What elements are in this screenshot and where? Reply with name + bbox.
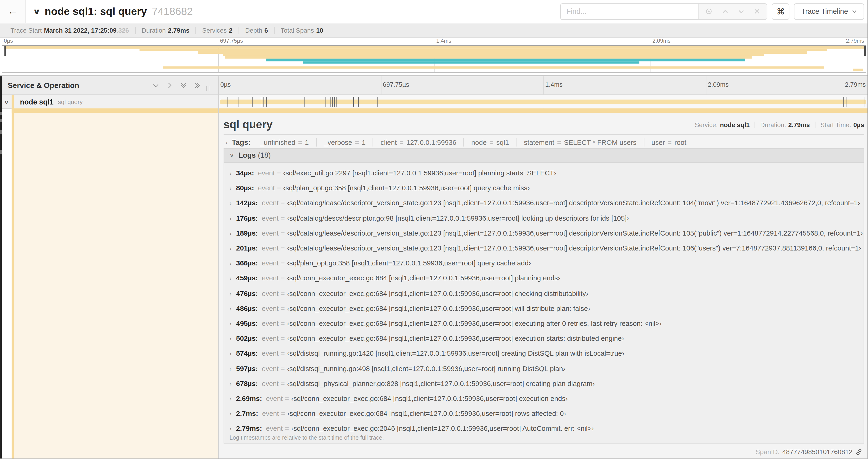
log-entry[interactable]: ›366µs:event=‹sql/plan_opt.go:358 [nsql1… xyxy=(224,256,864,271)
minimap-span-bar xyxy=(223,54,764,56)
tag-equals: = xyxy=(298,138,302,146)
meta-value: node sql1 xyxy=(720,121,750,128)
column-divider[interactable] xyxy=(218,76,218,459)
minimap-span-bar xyxy=(4,46,864,48)
log-timestamp: 486µs: xyxy=(236,305,258,312)
find-next-icon[interactable] xyxy=(738,8,745,14)
column-resizer-grip[interactable] xyxy=(206,86,209,91)
minimap-range-handle-left[interactable] xyxy=(4,46,6,56)
log-entry[interactable]: ›142µs:event=‹sql/catalog/lease/descript… xyxy=(224,196,864,210)
chevron-right-icon: › xyxy=(229,230,236,236)
log-field-value: ‹sql/catalog/descs/descriptor.go:98 [nsq… xyxy=(287,214,629,222)
log-field-value: ‹sql/distsql_running.go:1420 [nsql1,clie… xyxy=(287,350,624,357)
log-equals: = xyxy=(281,380,285,387)
log-equals: = xyxy=(281,199,285,207)
log-entry[interactable]: ›486µs:event=‹sql/conn_executor_exec.go:… xyxy=(224,301,864,316)
collapse-trace-icon[interactable]: ∨ xyxy=(33,7,41,15)
collapse-all-icon[interactable] xyxy=(180,82,187,89)
tag-key: node xyxy=(471,138,487,146)
chevron-right-icon: › xyxy=(229,425,236,432)
keyboard-shortcuts-button[interactable]: ⌘ xyxy=(772,3,789,20)
meta-item: Duration:2.79ms xyxy=(760,121,810,128)
log-field-value: ‹sql/distsql_running.go:498 [nsql1,clien… xyxy=(287,365,565,372)
span-detail-panel: sql query Service:node sql1Duration:2.79… xyxy=(218,113,868,459)
tags-list: _unfinished=1_verbose=1client=127.0.0.1:… xyxy=(253,138,693,147)
chevron-right-icon: › xyxy=(229,170,236,176)
log-entry[interactable]: ›495µs:event=‹sql/conn_executor_exec.go:… xyxy=(224,316,864,331)
span-bar-cell[interactable] xyxy=(218,95,868,108)
log-entry[interactable]: ›2.7ms:event=‹sql/conn_executor_exec.go:… xyxy=(224,406,864,421)
log-entry[interactable]: ›189µs:event=‹sql/catalog/lease/descript… xyxy=(224,226,864,241)
logs-header[interactable]: ∨ Logs (18) xyxy=(224,149,864,162)
minimap-range-handle-right[interactable] xyxy=(864,46,866,56)
log-entry[interactable]: ›459µs:event=‹sql/conn_executor_exec.go:… xyxy=(224,271,864,286)
log-marker-tick xyxy=(331,97,331,107)
tag-equals: = xyxy=(355,138,359,146)
log-entry[interactable]: ›34µs:event=‹sql/exec_util.go:2297 [nsql… xyxy=(224,166,864,181)
row-divider xyxy=(0,108,12,109)
log-marker-tick xyxy=(239,97,239,107)
meta-separator xyxy=(815,121,815,128)
log-field-value: ‹sql/catalog/lease/descriptor_version_st… xyxy=(287,244,861,252)
tag-pair: _unfinished=1 xyxy=(253,138,316,147)
tags-section[interactable]: › Tags: _unfinished=1_verbose=1client=12… xyxy=(226,136,864,148)
chevron-right-icon: › xyxy=(229,200,236,206)
ruler-tick-label: 1.4ms xyxy=(436,38,451,44)
meta-separator xyxy=(754,121,755,128)
find-prev-icon[interactable] xyxy=(722,8,728,14)
find-clear-icon[interactable] xyxy=(754,8,760,14)
minimap-canvas[interactable] xyxy=(2,45,866,73)
log-field-value: ‹sql/catalog/lease/descriptor_version_st… xyxy=(287,199,860,207)
span-row-name-cell[interactable]: ∨ node sql1 sql query xyxy=(0,95,218,108)
log-entry[interactable]: ›502µs:event=‹sql/conn_executor_exec.go:… xyxy=(224,331,864,346)
log-field-value: ‹sql/distsql_physical_planner.go:828 [ns… xyxy=(287,380,595,387)
tag-pair: client=127.0.0.1:59936 xyxy=(373,138,464,147)
trace-summary-bar: Trace StartMarch 31 2022, 17:25:09.326Du… xyxy=(0,23,868,38)
title-group: ∨ node sql1: sql query 7418682 xyxy=(34,5,193,18)
log-marker-tick xyxy=(266,97,267,107)
log-entry[interactable]: ›574µs:event=‹sql/distsql_running.go:142… xyxy=(224,346,864,361)
log-field-key: event xyxy=(266,425,283,433)
log-timestamp: 189µs: xyxy=(236,230,258,237)
summary-label: Total Spans xyxy=(281,27,314,34)
collapse-one-icon[interactable] xyxy=(152,82,159,89)
expand-one-icon[interactable] xyxy=(166,82,173,89)
log-entry[interactable]: ›201µs:event=‹sql/catalog/lease/descript… xyxy=(224,241,864,256)
focus-target-icon[interactable] xyxy=(705,8,713,15)
span-duration-bar[interactable] xyxy=(220,100,866,104)
span-operation-name: sql query xyxy=(58,98,83,105)
log-entry[interactable]: ›678µs:event=‹sql/distsql_physical_plann… xyxy=(224,376,864,391)
expand-all-icon[interactable] xyxy=(193,82,201,89)
span-id-row: SpanID: 4877749850101760812 xyxy=(755,448,862,456)
log-field-value: ‹sql/plan_opt.go:358 [nsql1,client=127.0… xyxy=(287,260,531,267)
tree-controls xyxy=(152,82,201,89)
log-entry[interactable]: ›176µs:event=‹sql/catalog/descs/descript… xyxy=(224,211,864,226)
log-entry[interactable]: ›597µs:event=‹sql/distsql_running.go:498… xyxy=(224,361,864,376)
span-collapse-icon[interactable]: ∨ xyxy=(4,99,9,105)
log-equals: = xyxy=(285,395,289,402)
log-entry[interactable]: ›80µs:event=‹sql/plan_opt.go:358 [nsql1,… xyxy=(224,181,864,196)
list-scroll-indicator[interactable] xyxy=(0,76,1,459)
back-button[interactable]: ← xyxy=(0,0,26,23)
tag-equals: = xyxy=(557,138,561,146)
span-operation-title: sql query xyxy=(223,118,694,131)
log-timestamp: 142µs: xyxy=(236,199,258,207)
find-input[interactable] xyxy=(561,3,698,19)
chevron-right-icon: › xyxy=(229,305,236,312)
log-field-key: event xyxy=(262,230,279,237)
log-equals: = xyxy=(281,410,285,418)
log-entry[interactable]: ›476µs:event=‹sql/conn_executor_exec.go:… xyxy=(224,286,864,301)
log-entry[interactable]: ›2.69ms:event=‹sql/conn_executor_exec.go… xyxy=(224,391,864,406)
link-icon[interactable] xyxy=(855,448,862,456)
logs-label: Logs xyxy=(239,151,256,159)
chevron-down-icon: ∨ xyxy=(229,152,234,158)
span-row[interactable]: ∨ node sql1 sql query xyxy=(0,95,868,108)
tag-equals: = xyxy=(400,138,403,146)
log-timestamp: 2.79ms: xyxy=(236,425,262,433)
log-marker-tick xyxy=(377,97,377,107)
log-field-value: ‹sql/conn_executor_exec.go:684 [nsql1,cl… xyxy=(287,320,662,327)
tag-key: statement xyxy=(524,138,554,146)
view-selector-button[interactable]: Trace Timeline xyxy=(794,3,864,20)
chevron-right-icon: › xyxy=(229,275,236,282)
log-equals: = xyxy=(281,305,285,312)
